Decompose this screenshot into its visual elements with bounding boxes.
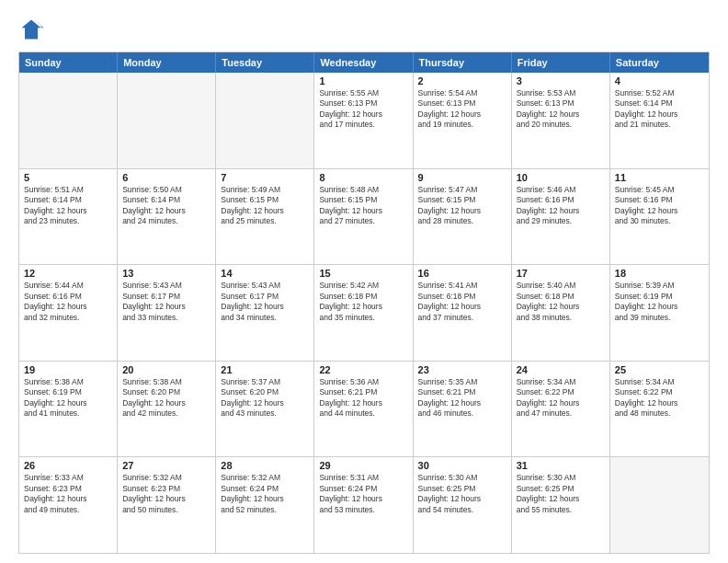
weekday-header-saturday: Saturday bbox=[610, 52, 709, 73]
day-info: Sunrise: 5:52 AM Sunset: 6:14 PM Dayligh… bbox=[615, 88, 704, 131]
empty-cell-r0c1 bbox=[118, 73, 216, 168]
day-number: 6 bbox=[122, 172, 210, 183]
day-number: 18 bbox=[615, 268, 704, 279]
day-cell-6: 6Sunrise: 5:50 AM Sunset: 6:14 PM Daylig… bbox=[118, 169, 216, 265]
day-info: Sunrise: 5:30 AM Sunset: 6:25 PM Dayligh… bbox=[517, 473, 605, 515]
day-cell-20: 20Sunrise: 5:38 AM Sunset: 6:20 PM Dayli… bbox=[118, 362, 216, 457]
day-cell-3: 3Sunrise: 5:53 AM Sunset: 6:13 PM Daylig… bbox=[512, 73, 610, 168]
calendar-row-4: 19Sunrise: 5:38 AM Sunset: 6:19 PM Dayli… bbox=[19, 362, 709, 458]
day-info: Sunrise: 5:44 AM Sunset: 6:16 PM Dayligh… bbox=[24, 281, 112, 323]
day-number: 25 bbox=[615, 364, 704, 375]
day-number: 28 bbox=[221, 460, 309, 471]
day-cell-31: 31Sunrise: 5:30 AM Sunset: 6:25 PM Dayli… bbox=[512, 457, 610, 553]
day-info: Sunrise: 5:42 AM Sunset: 6:18 PM Dayligh… bbox=[319, 281, 407, 323]
day-cell-18: 18Sunrise: 5:39 AM Sunset: 6:19 PM Dayli… bbox=[610, 265, 709, 361]
empty-cell-r4c6 bbox=[610, 457, 709, 553]
day-cell-10: 10Sunrise: 5:46 AM Sunset: 6:16 PM Dayli… bbox=[512, 169, 610, 265]
day-number: 5 bbox=[24, 172, 112, 183]
weekday-header-wednesday: Wednesday bbox=[314, 52, 413, 73]
empty-cell-r0c2 bbox=[216, 73, 314, 168]
weekday-header-sunday: Sunday bbox=[19, 52, 118, 73]
day-info: Sunrise: 5:41 AM Sunset: 6:18 PM Dayligh… bbox=[418, 281, 506, 323]
day-number: 31 bbox=[517, 460, 605, 471]
day-info: Sunrise: 5:49 AM Sunset: 6:15 PM Dayligh… bbox=[221, 185, 309, 227]
day-cell-25: 25Sunrise: 5:34 AM Sunset: 6:22 PM Dayli… bbox=[610, 362, 709, 457]
day-info: Sunrise: 5:50 AM Sunset: 6:14 PM Dayligh… bbox=[122, 185, 210, 227]
day-cell-22: 22Sunrise: 5:36 AM Sunset: 6:21 PM Dayli… bbox=[314, 362, 413, 457]
day-number: 22 bbox=[319, 364, 407, 375]
day-number: 15 bbox=[319, 268, 407, 279]
day-number: 24 bbox=[517, 364, 605, 375]
day-number: 21 bbox=[221, 364, 309, 375]
logo bbox=[18, 17, 48, 42]
day-cell-13: 13Sunrise: 5:43 AM Sunset: 6:17 PM Dayli… bbox=[118, 265, 216, 361]
day-cell-5: 5Sunrise: 5:51 AM Sunset: 6:14 PM Daylig… bbox=[19, 169, 118, 265]
day-info: Sunrise: 5:37 AM Sunset: 6:20 PM Dayligh… bbox=[221, 377, 309, 419]
day-cell-1: 1Sunrise: 5:55 AM Sunset: 6:13 PM Daylig… bbox=[314, 73, 413, 168]
day-cell-2: 2Sunrise: 5:54 AM Sunset: 6:13 PM Daylig… bbox=[414, 73, 512, 168]
day-info: Sunrise: 5:33 AM Sunset: 6:23 PM Dayligh… bbox=[24, 473, 112, 515]
day-number: 4 bbox=[615, 75, 704, 86]
day-number: 19 bbox=[24, 364, 112, 375]
weekday-header-tuesday: Tuesday bbox=[216, 52, 314, 73]
page: SundayMondayTuesdayWednesdayThursdayFrid… bbox=[0, 0, 728, 563]
day-cell-24: 24Sunrise: 5:34 AM Sunset: 6:22 PM Dayli… bbox=[512, 362, 610, 457]
day-number: 1 bbox=[319, 75, 407, 86]
day-number: 9 bbox=[418, 172, 506, 183]
day-info: Sunrise: 5:31 AM Sunset: 6:24 PM Dayligh… bbox=[319, 473, 407, 515]
day-cell-30: 30Sunrise: 5:30 AM Sunset: 6:25 PM Dayli… bbox=[414, 457, 512, 553]
weekday-header-monday: Monday bbox=[118, 52, 216, 73]
day-info: Sunrise: 5:43 AM Sunset: 6:17 PM Dayligh… bbox=[122, 281, 210, 323]
day-cell-27: 27Sunrise: 5:32 AM Sunset: 6:23 PM Dayli… bbox=[118, 457, 216, 553]
day-info: Sunrise: 5:53 AM Sunset: 6:13 PM Dayligh… bbox=[517, 88, 605, 131]
day-info: Sunrise: 5:32 AM Sunset: 6:24 PM Dayligh… bbox=[221, 473, 309, 515]
logo-icon bbox=[18, 17, 44, 42]
calendar-row-3: 12Sunrise: 5:44 AM Sunset: 6:16 PM Dayli… bbox=[19, 265, 709, 362]
day-number: 10 bbox=[517, 172, 605, 183]
day-info: Sunrise: 5:43 AM Sunset: 6:17 PM Dayligh… bbox=[221, 281, 309, 323]
day-number: 14 bbox=[221, 268, 309, 279]
day-info: Sunrise: 5:55 AM Sunset: 6:13 PM Dayligh… bbox=[319, 88, 407, 131]
weekday-header-friday: Friday bbox=[512, 52, 610, 73]
day-info: Sunrise: 5:51 AM Sunset: 6:14 PM Dayligh… bbox=[24, 185, 112, 227]
day-info: Sunrise: 5:54 AM Sunset: 6:13 PM Dayligh… bbox=[418, 88, 506, 131]
day-cell-26: 26Sunrise: 5:33 AM Sunset: 6:23 PM Dayli… bbox=[19, 457, 118, 553]
day-info: Sunrise: 5:35 AM Sunset: 6:21 PM Dayligh… bbox=[418, 377, 506, 419]
day-number: 13 bbox=[122, 268, 210, 279]
day-cell-4: 4Sunrise: 5:52 AM Sunset: 6:14 PM Daylig… bbox=[610, 73, 709, 168]
day-cell-9: 9Sunrise: 5:47 AM Sunset: 6:15 PM Daylig… bbox=[414, 169, 512, 265]
day-number: 2 bbox=[418, 75, 506, 86]
day-info: Sunrise: 5:47 AM Sunset: 6:15 PM Dayligh… bbox=[418, 185, 506, 227]
day-cell-21: 21Sunrise: 5:37 AM Sunset: 6:20 PM Dayli… bbox=[216, 362, 314, 457]
calendar-header: SundayMondayTuesdayWednesdayThursdayFrid… bbox=[19, 52, 709, 73]
day-info: Sunrise: 5:40 AM Sunset: 6:18 PM Dayligh… bbox=[517, 281, 605, 323]
day-number: 20 bbox=[122, 364, 210, 375]
day-cell-23: 23Sunrise: 5:35 AM Sunset: 6:21 PM Dayli… bbox=[414, 362, 512, 457]
header bbox=[18, 17, 710, 42]
calendar-row-5: 26Sunrise: 5:33 AM Sunset: 6:23 PM Dayli… bbox=[19, 457, 709, 553]
day-cell-14: 14Sunrise: 5:43 AM Sunset: 6:17 PM Dayli… bbox=[216, 265, 314, 361]
calendar-row-2: 5Sunrise: 5:51 AM Sunset: 6:14 PM Daylig… bbox=[19, 169, 709, 266]
day-info: Sunrise: 5:30 AM Sunset: 6:25 PM Dayligh… bbox=[418, 473, 506, 515]
day-cell-7: 7Sunrise: 5:49 AM Sunset: 6:15 PM Daylig… bbox=[216, 169, 314, 265]
day-number: 29 bbox=[319, 460, 407, 471]
day-number: 16 bbox=[418, 268, 506, 279]
day-number: 26 bbox=[24, 460, 112, 471]
day-cell-8: 8Sunrise: 5:48 AM Sunset: 6:15 PM Daylig… bbox=[314, 169, 413, 265]
day-info: Sunrise: 5:34 AM Sunset: 6:22 PM Dayligh… bbox=[517, 377, 605, 419]
day-info: Sunrise: 5:38 AM Sunset: 6:20 PM Dayligh… bbox=[122, 377, 210, 419]
day-info: Sunrise: 5:48 AM Sunset: 6:15 PM Dayligh… bbox=[319, 185, 407, 227]
day-info: Sunrise: 5:45 AM Sunset: 6:16 PM Dayligh… bbox=[615, 185, 704, 227]
day-info: Sunrise: 5:46 AM Sunset: 6:16 PM Dayligh… bbox=[517, 185, 605, 227]
day-number: 23 bbox=[418, 364, 506, 375]
day-cell-28: 28Sunrise: 5:32 AM Sunset: 6:24 PM Dayli… bbox=[216, 457, 314, 553]
calendar: SundayMondayTuesdayWednesdayThursdayFrid… bbox=[18, 52, 710, 554]
weekday-header-thursday: Thursday bbox=[414, 52, 512, 73]
day-info: Sunrise: 5:39 AM Sunset: 6:19 PM Dayligh… bbox=[615, 281, 704, 323]
day-info: Sunrise: 5:36 AM Sunset: 6:21 PM Dayligh… bbox=[319, 377, 407, 419]
day-cell-17: 17Sunrise: 5:40 AM Sunset: 6:18 PM Dayli… bbox=[512, 265, 610, 361]
empty-cell-r0c0 bbox=[19, 73, 118, 168]
day-cell-19: 19Sunrise: 5:38 AM Sunset: 6:19 PM Dayli… bbox=[19, 362, 118, 457]
day-info: Sunrise: 5:34 AM Sunset: 6:22 PM Dayligh… bbox=[615, 377, 704, 419]
day-cell-16: 16Sunrise: 5:41 AM Sunset: 6:18 PM Dayli… bbox=[414, 265, 512, 361]
